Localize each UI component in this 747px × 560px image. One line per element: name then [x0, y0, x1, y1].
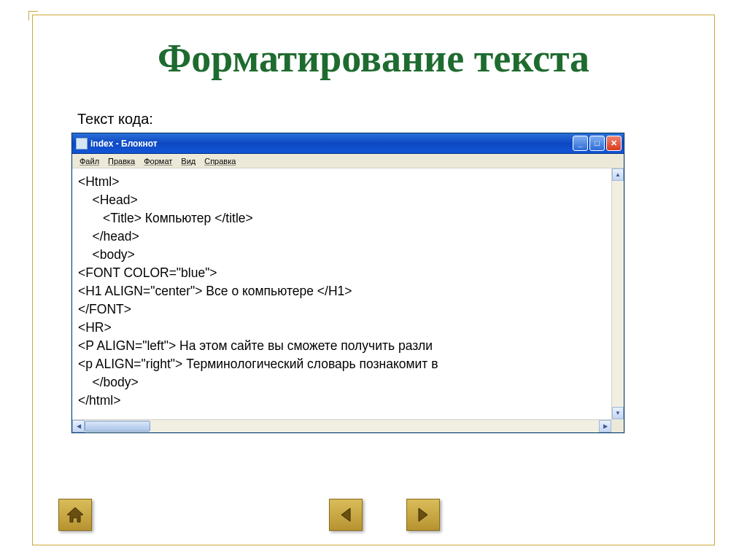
maximize-button[interactable]: □ — [589, 136, 605, 151]
chevron-right-icon: ▶ — [603, 423, 608, 429]
arrow-right-icon — [416, 507, 430, 523]
menubar: Файл Правка Формат Вид Справка — [72, 154, 624, 168]
chevron-down-icon: ▼ — [615, 410, 621, 416]
scroll-down-button[interactable]: ▼ — [612, 407, 624, 419]
scroll-corner — [611, 419, 624, 432]
scroll-up-button[interactable]: ▲ — [612, 168, 624, 181]
horizontal-scrollbar[interactable]: ◀ ▶ — [72, 419, 611, 432]
notepad-window: index - Блокнот _ □ ✕ Файл Правка Формат… — [71, 133, 624, 433]
window-controls: _ □ ✕ — [573, 136, 622, 151]
close-button[interactable]: ✕ — [606, 136, 622, 151]
chevron-up-icon: ▲ — [615, 171, 621, 178]
vscroll-track[interactable] — [612, 181, 624, 407]
close-icon: ✕ — [611, 139, 617, 147]
menu-edit[interactable]: Правка — [105, 156, 138, 166]
scroll-right-button[interactable]: ▶ — [599, 420, 611, 432]
notepad-body: <Html> <Head> <Title> Компьютер </title>… — [72, 168, 624, 419]
scroll-left-button[interactable]: ◀ — [72, 420, 85, 432]
menu-help[interactable]: Справка — [201, 156, 239, 166]
nav-buttons — [0, 499, 747, 531]
menu-view[interactable]: Вид — [178, 156, 198, 166]
maximize-icon: □ — [595, 139, 600, 147]
arrow-left-icon — [338, 507, 353, 523]
subheading-label: Текст кода: — [77, 111, 153, 128]
minimize-button[interactable]: _ — [573, 136, 588, 151]
window-title: index - Блокнот — [90, 139, 573, 149]
menu-file[interactable]: Файл — [77, 156, 102, 166]
text-area[interactable]: <Html> <Head> <Title> Компьютер </title>… — [72, 168, 611, 419]
minimize-icon: _ — [578, 139, 582, 147]
chevron-left-icon: ◀ — [77, 423, 81, 429]
app-icon — [76, 138, 88, 149]
menu-format[interactable]: Формат — [141, 156, 175, 166]
next-button[interactable] — [406, 499, 440, 531]
vertical-scrollbar[interactable]: ▲ ▼ — [611, 168, 624, 419]
titlebar[interactable]: index - Блокнот _ □ ✕ — [72, 133, 624, 154]
hscroll-thumb[interactable] — [85, 421, 150, 432]
prev-button[interactable] — [329, 499, 363, 531]
hscroll-track[interactable] — [85, 420, 599, 432]
slide-title: Форматирование текста — [33, 36, 714, 81]
